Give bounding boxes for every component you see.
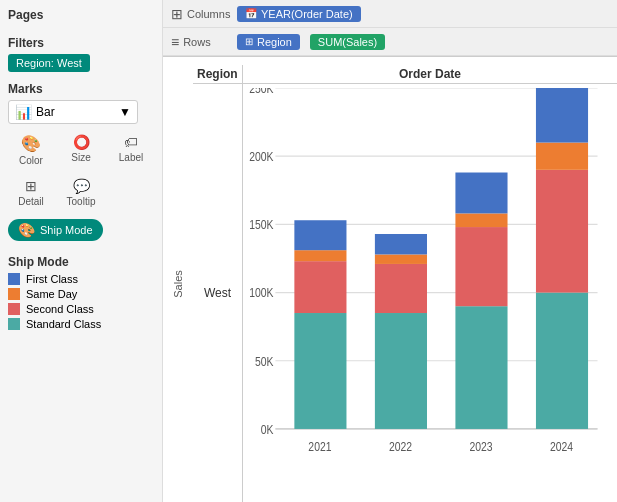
bar-2023-second[interactable] bbox=[455, 227, 507, 306]
tooltip-label: Tooltip bbox=[67, 196, 96, 207]
columns-icon: ⊞ bbox=[171, 6, 183, 22]
bar-2021-second[interactable] bbox=[294, 261, 346, 313]
marks-icons-grid: 🎨 Color ⭕ Size 🏷 Label ⊞ Detail 💬 T bbox=[8, 130, 154, 211]
pages-title: Pages bbox=[8, 8, 154, 22]
color-icon: 🎨 bbox=[21, 134, 41, 153]
calendar-icon: 📅 bbox=[245, 8, 257, 19]
size-label: Size bbox=[71, 152, 90, 163]
svg-text:100K: 100K bbox=[249, 285, 273, 301]
bar-2022-second[interactable] bbox=[375, 264, 427, 313]
detail-icon: ⊞ bbox=[25, 178, 37, 194]
svg-text:200K: 200K bbox=[249, 149, 273, 165]
svg-text:2023: 2023 bbox=[469, 439, 492, 455]
label-mark-btn[interactable]: 🏷 Label bbox=[108, 130, 154, 170]
bar-2023-standard[interactable] bbox=[455, 306, 507, 429]
bar-2024-standard[interactable] bbox=[536, 293, 588, 429]
legend-item: First Class bbox=[8, 273, 154, 285]
svg-text:2021: 2021 bbox=[308, 439, 331, 455]
region-pill-icon: ⊞ bbox=[245, 36, 253, 47]
filter-pill[interactable]: Region: West bbox=[8, 54, 90, 72]
size-icon: ⭕ bbox=[73, 134, 90, 150]
y-axis-label: Sales bbox=[172, 270, 184, 298]
bar-2024-first[interactable] bbox=[536, 88, 588, 143]
svg-text:50K: 50K bbox=[255, 353, 274, 369]
legend-color-box bbox=[8, 273, 20, 285]
tooltip-mark-btn[interactable]: 💬 Tooltip bbox=[58, 174, 104, 211]
color-label: Color bbox=[19, 155, 43, 166]
rows-shelf: ≡ Rows ⊞ Region SUM(Sales) bbox=[163, 28, 617, 56]
svg-text:250K: 250K bbox=[249, 88, 273, 96]
legend-item: Same Day bbox=[8, 288, 154, 300]
pages-section: Pages bbox=[8, 8, 154, 26]
tooltip-icon: 💬 bbox=[73, 178, 90, 194]
legend-item-label: Same Day bbox=[26, 288, 77, 300]
detail-mark-btn[interactable]: ⊞ Detail bbox=[8, 174, 54, 211]
detail-label: Detail bbox=[18, 196, 44, 207]
filters-title: Filters bbox=[8, 36, 154, 50]
bar-2024-second[interactable] bbox=[536, 170, 588, 293]
svg-text:2024: 2024 bbox=[550, 439, 573, 455]
chart-area: Sales Region Order Date West bbox=[163, 57, 617, 502]
label-icon: 🏷 bbox=[124, 134, 138, 150]
svg-text:0K: 0K bbox=[261, 422, 274, 438]
legend-section: Ship Mode First ClassSame DaySecond Clas… bbox=[8, 255, 154, 333]
bar-2021-standard[interactable] bbox=[294, 313, 346, 429]
legend-color-box bbox=[8, 288, 20, 300]
bar-chart-icon: 📊 bbox=[15, 104, 32, 120]
legend-color-box bbox=[8, 303, 20, 315]
dropdown-arrow-icon: ▼ bbox=[119, 105, 131, 119]
order-date-header: Order Date bbox=[243, 65, 617, 84]
bar-2021-first[interactable] bbox=[294, 220, 346, 250]
svg-text:150K: 150K bbox=[249, 217, 273, 233]
legend-item-label: First Class bbox=[26, 273, 78, 285]
marks-type-label: Bar bbox=[36, 105, 55, 119]
ship-mode-pill[interactable]: 🎨 Ship Mode bbox=[8, 219, 103, 241]
marks-type-dropdown[interactable]: 📊 Bar ▼ bbox=[8, 100, 138, 124]
chart-inner: Region Order Date West bbox=[193, 65, 617, 502]
west-label: West bbox=[204, 286, 231, 300]
chart-header: Region Order Date bbox=[193, 65, 617, 84]
region-label-col: West bbox=[193, 84, 243, 502]
legend-item-label: Standard Class bbox=[26, 318, 101, 330]
rows-region-pill[interactable]: ⊞ Region bbox=[237, 34, 300, 50]
svg-text:2022: 2022 bbox=[389, 439, 412, 455]
bar-2022-same[interactable] bbox=[375, 254, 427, 263]
marks-section: Marks 📊 Bar ▼ 🎨 Color ⭕ Size 🏷 bbox=[8, 82, 154, 241]
ship-mode-pill-label: Ship Mode bbox=[40, 224, 93, 236]
bar-2021-same[interactable] bbox=[294, 250, 346, 261]
rows-sum-sales-pill[interactable]: SUM(Sales) bbox=[310, 34, 385, 50]
y-axis-label-area: Sales bbox=[163, 65, 193, 502]
bar-2022-standard[interactable] bbox=[375, 313, 427, 429]
legend-items: First ClassSame DaySecond ClassStandard … bbox=[8, 273, 154, 330]
rows-label: ≡ Rows bbox=[171, 34, 231, 50]
region-header: Region bbox=[193, 65, 243, 84]
bar-2022-first[interactable] bbox=[375, 234, 427, 254]
legend-item: Standard Class bbox=[8, 318, 154, 330]
legend-item-label: Second Class bbox=[26, 303, 94, 315]
columns-year-pill[interactable]: 📅 YEAR(Order Date) bbox=[237, 6, 361, 22]
ship-mode-dots-icon: 🎨 bbox=[18, 222, 35, 238]
bar-chart-svg-area: 0K 50K 100K 150K 200K 250K bbox=[243, 84, 617, 502]
columns-shelf: ⊞ Columns 📅 YEAR(Order Date) bbox=[163, 0, 617, 28]
ship-mode-legend-title: Ship Mode bbox=[8, 255, 154, 269]
size-mark-btn[interactable]: ⭕ Size bbox=[58, 130, 104, 170]
columns-label: ⊞ Columns bbox=[171, 6, 231, 22]
shelf-area: ⊞ Columns 📅 YEAR(Order Date) ≡ Rows ⊞ Re… bbox=[163, 0, 617, 57]
chart-svg: 0K 50K 100K 150K 200K 250K bbox=[247, 88, 607, 502]
bar-2024-same[interactable] bbox=[536, 143, 588, 170]
chart-body: West bbox=[193, 84, 617, 502]
rows-icon: ≡ bbox=[171, 34, 179, 50]
label-label: Label bbox=[119, 152, 143, 163]
legend-color-box bbox=[8, 318, 20, 330]
color-mark-btn[interactable]: 🎨 Color bbox=[8, 130, 54, 170]
marks-title: Marks bbox=[8, 82, 154, 96]
filters-section: Filters Region: West bbox=[8, 36, 154, 72]
bar-2023-first[interactable] bbox=[455, 173, 507, 214]
legend-item: Second Class bbox=[8, 303, 154, 315]
bar-2023-same[interactable] bbox=[455, 213, 507, 227]
